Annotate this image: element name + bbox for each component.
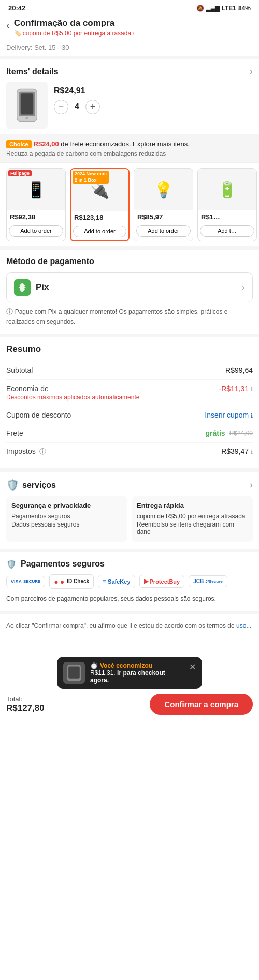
resumo-frete: Frete grátis R$24,00 bbox=[6, 424, 253, 443]
services-arrow-icon[interactable]: › bbox=[250, 479, 253, 490]
badge-protectbuy: ▶ ProtectBuy bbox=[139, 575, 185, 588]
badge-idcheck: ● ● ID Check bbox=[49, 574, 94, 589]
footer-text: Ao clicar "Confirmar compra", eu afirmo … bbox=[0, 611, 259, 636]
services-section: 🛡️ serviços › Segurança e privacidade Pa… bbox=[0, 468, 259, 549]
carousel-item-3: 🔋 R$1… Add t… bbox=[197, 168, 257, 241]
carousel-section: Fullpage 📱 R$92,38 Add to order 2024 New… bbox=[0, 162, 259, 246]
add-to-order-btn-1[interactable]: Add to order bbox=[73, 226, 126, 237]
service-card-1: Entrega rápida cupom de R$5,00 por entre… bbox=[132, 496, 253, 542]
resumo-impostos: Impostos ⓘ R$39,47 ℹ bbox=[6, 443, 253, 461]
carousel-item-0: Fullpage 📱 R$92,38 Add to order bbox=[6, 168, 66, 241]
product-price: R$24,91 bbox=[54, 86, 100, 95]
svg-rect-2 bbox=[21, 93, 34, 114]
add-to-order-btn-3[interactable]: Add t… bbox=[200, 225, 254, 237]
header: ‹ Confirmação da compra 🏷️ cupom de R$5,… bbox=[0, 14, 259, 39]
resumo-section: Resumo Subtotal R$99,64 Economia de Desc… bbox=[0, 334, 259, 468]
services-title: 🛡️ serviços › bbox=[6, 479, 253, 491]
badge-jcb: JCB J/Secure bbox=[189, 575, 227, 587]
svg-rect-5 bbox=[68, 666, 80, 678]
services-grid: Segurança e privacidade Pagamentos segur… bbox=[6, 496, 253, 542]
choice-sub: Reduza a pegada de carbono com embalagen… bbox=[6, 150, 253, 157]
coupon-arrow: › bbox=[132, 30, 134, 37]
resumo-title: Resumo bbox=[6, 344, 253, 354]
product-row: R$24,91 − 4 + bbox=[6, 82, 253, 129]
header-coupon[interactable]: 🏷️ cupom de R$5,00 por entrega atrasada … bbox=[14, 30, 134, 37]
id-check-label: ID Check bbox=[67, 578, 89, 584]
pix-icon bbox=[14, 279, 31, 296]
carousel-img-3: 🔋 bbox=[198, 169, 256, 210]
footer-link[interactable]: uso... bbox=[236, 622, 251, 629]
badge-visa: VISA SECURE bbox=[6, 576, 45, 587]
choice-savings: R$24,00 bbox=[34, 140, 59, 148]
badge-safekey: ≡ SafeKey bbox=[98, 575, 135, 588]
status-signal: ▂▄▆ LTE1 bbox=[206, 5, 236, 12]
carousel-item-1: 2024 New mini2 in 1 Box 🔌 R$123,18 Add t… bbox=[70, 168, 130, 241]
pix-row[interactable]: Pix › bbox=[6, 272, 253, 302]
items-title: Items' details › bbox=[6, 66, 253, 77]
page-title: Confirmação da compra bbox=[14, 18, 134, 29]
product-image bbox=[6, 82, 48, 129]
quantity-decrease[interactable]: − bbox=[54, 100, 68, 114]
total-value: R$127,80 bbox=[6, 703, 45, 713]
pix-label: Pix bbox=[36, 282, 49, 293]
resumo-subtotal: Subtotal R$99,64 bbox=[6, 362, 253, 380]
back-button[interactable]: ‹ bbox=[6, 18, 10, 31]
secure-section: 🛡️ Pagamentos seguros VISA SECURE ● ● ID… bbox=[0, 549, 259, 611]
carousel-price-1: R$123,18 bbox=[74, 214, 125, 222]
toast-product-img bbox=[63, 662, 85, 684]
bottom-bar: Total: R$127,80 Confirmar a compra bbox=[0, 688, 259, 720]
choice-banner: Choice R$24,00 de frete economizados. Ex… bbox=[0, 134, 259, 162]
items-section: Items' details › R$24,91 − 4 + bbox=[0, 59, 259, 134]
carousel-item-2: 💡 R$85,97 Add to order bbox=[134, 168, 193, 241]
status-battery: 84% bbox=[238, 5, 251, 12]
carousel-price-2: R$85,97 bbox=[137, 213, 190, 221]
quantity-row: − 4 + bbox=[54, 100, 100, 114]
status-time: 20:42 bbox=[8, 4, 25, 12]
status-bar: 20:42 🔕 ▂▄▆ LTE1 84% bbox=[0, 0, 259, 14]
carousel-price-3: R$1… bbox=[201, 213, 253, 221]
carousel-badge-1: 2024 New mini2 in 1 Box bbox=[73, 171, 109, 184]
add-to-order-btn-2[interactable]: Add to order bbox=[136, 225, 191, 237]
status-silent-icon: 🔕 bbox=[196, 5, 204, 12]
coupon-icon: 🏷️ bbox=[14, 30, 22, 37]
payment-title: Método de pagamento bbox=[6, 257, 253, 266]
total-label: Total: bbox=[6, 695, 45, 703]
resumo-cupom[interactable]: Cupom de desconto Inserir cupom ℹ bbox=[6, 406, 253, 424]
choice-tag: Choice bbox=[6, 140, 32, 148]
total-display: Total: R$127,80 bbox=[6, 695, 45, 713]
items-arrow-icon[interactable]: › bbox=[250, 66, 253, 77]
toast-close-button[interactable]: ✕ bbox=[189, 662, 196, 672]
savings-toast: ⏱️ Você economizou R$11,31. Ir para chec… bbox=[57, 657, 202, 689]
service-card-0: Segurança e privacidade Pagamentos segur… bbox=[6, 496, 127, 542]
toast-content: ⏱️ Você economizou R$11,31. Ir para chec… bbox=[90, 662, 184, 684]
pix-description: ⓘ Pague com Pix a qualquer momento! Os p… bbox=[6, 307, 253, 326]
secure-badges: VISA SECURE ● ● ID Check ≡ SafeKey ▶ Pro… bbox=[6, 574, 253, 589]
pix-arrow-icon: › bbox=[242, 282, 245, 293]
toast-title: ⏱️ Você economizou bbox=[90, 662, 184, 669]
svg-point-3 bbox=[25, 117, 28, 119]
resumo-economia: Economia de Descontos máximos aplicados … bbox=[6, 380, 253, 406]
carousel-img-0: Fullpage 📱 bbox=[7, 169, 65, 210]
secure-icon: 🛡️ bbox=[6, 559, 17, 569]
carousel-img-1: 2024 New mini2 in 1 Box 🔌 bbox=[71, 169, 128, 211]
carousel-img-2: 💡 bbox=[134, 169, 193, 210]
quantity-increase[interactable]: + bbox=[85, 100, 100, 114]
quantity-value: 4 bbox=[75, 102, 79, 112]
services-icon: 🛡️ bbox=[6, 479, 19, 491]
confirm-button[interactable]: Confirmar a compra bbox=[150, 694, 253, 715]
secure-text: Com parceiros de pagamento populares, se… bbox=[6, 594, 253, 603]
payment-section: Método de pagamento Pix › ⓘ Pague com Pi… bbox=[0, 246, 259, 334]
carousel-price-0: R$92,38 bbox=[10, 213, 62, 221]
carousel-badge-0: Fullpage bbox=[8, 170, 32, 176]
carousel-wrap: Fullpage 📱 R$92,38 Add to order 2024 New… bbox=[6, 168, 259, 241]
add-to-order-btn-0[interactable]: Add to order bbox=[9, 225, 63, 237]
secure-title: 🛡️ Pagamentos seguros bbox=[6, 559, 253, 569]
delivery-bar: Delivery: Set. 15 - 30 bbox=[0, 39, 259, 59]
